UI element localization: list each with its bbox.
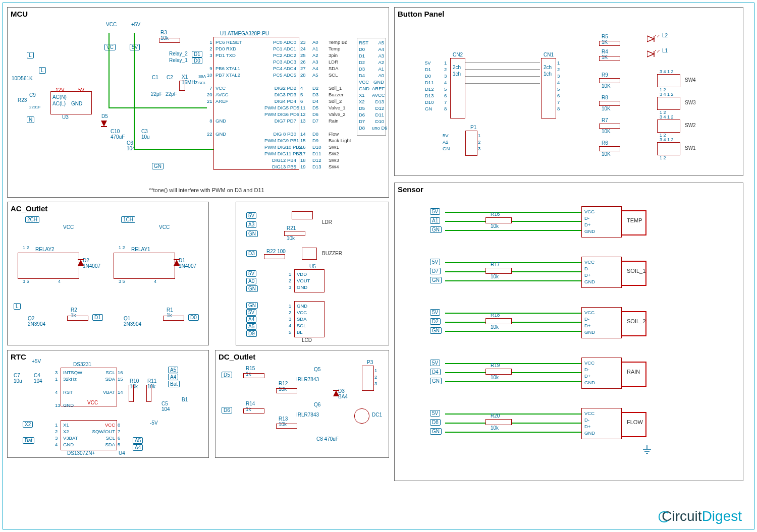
r-ref: R20 bbox=[491, 413, 500, 419]
r13-ref: R13 bbox=[279, 416, 288, 422]
a4-net2: A4 bbox=[133, 444, 143, 451]
sw-ref: SW4 bbox=[685, 77, 696, 83]
a5-net: A5 bbox=[168, 367, 178, 373]
lcd-label: LCD bbox=[302, 337, 312, 343]
switch-icon bbox=[657, 97, 680, 110]
c2-ref: C2 bbox=[167, 75, 173, 80]
p1-body bbox=[465, 131, 477, 156]
dc-block: DC_Outlet D5 R151k R1210k Q5 IRLR7843 D6… bbox=[215, 350, 389, 458]
svg-line-14 bbox=[655, 50, 658, 51]
d9-net: D9 bbox=[246, 330, 257, 337]
c3-val: 10u bbox=[141, 134, 150, 140]
gnd2: GND bbox=[63, 442, 74, 447]
cn1-2ch: 2ch bbox=[544, 65, 552, 70]
net-gn: GN bbox=[430, 226, 442, 233]
cn2-2ch: 2ch bbox=[453, 65, 461, 70]
sw-ref: SW1 bbox=[685, 145, 696, 151]
net-5v: 5V bbox=[430, 259, 440, 265]
r-val: 10K bbox=[602, 129, 611, 134]
resistor-icon bbox=[599, 41, 620, 46]
sw-pins: 3 4 1 2 bbox=[660, 92, 674, 97]
ds3231-pr: 16 15 14 bbox=[118, 369, 123, 395]
u3-v12: 12V bbox=[56, 87, 65, 93]
resistor-icon bbox=[485, 318, 512, 324]
dc1-ref: DC1 bbox=[372, 412, 382, 418]
q2-val: 2N3904 bbox=[28, 321, 45, 327]
mcu-title: MCU bbox=[11, 10, 28, 18]
resistor-icon bbox=[599, 78, 620, 83]
sensor-pins: VCC D- D+ GND bbox=[584, 410, 595, 436]
svg-line-15 bbox=[657, 50, 660, 52]
p5v-label: +5V bbox=[131, 22, 140, 27]
c4-ref: C4 bbox=[34, 373, 40, 378]
a5-net2: A5 bbox=[133, 437, 143, 444]
r-ref: R9 bbox=[602, 72, 608, 78]
ch2: 2CH bbox=[25, 216, 39, 223]
intsqw: INTSQW bbox=[63, 370, 82, 375]
p3-ref: P3 bbox=[367, 360, 373, 365]
r2-ref: R2 bbox=[71, 307, 77, 313]
net-sig: D7 bbox=[430, 268, 441, 274]
u1-funcs-right: Temp Bd Temp 3pin LDR SDA SCL Soil_1 Buz… bbox=[329, 39, 351, 170]
u1-nets-right: A0 A1 A2 A3 A4 A5 D2 D3 D4 D5 D6 D7 D8 D… bbox=[312, 39, 321, 170]
uno-left: RST D0 D1 D2 D3 D4 VCC GND X1 X2 D5 D6 D… bbox=[359, 39, 369, 131]
mov-ref: 10D561K bbox=[12, 76, 33, 81]
relay1-net: Relay_1 bbox=[169, 57, 188, 63]
a4-net: A4 bbox=[168, 374, 178, 380]
resistor-icon bbox=[599, 101, 620, 106]
c10-val: 470uF bbox=[111, 134, 125, 140]
r21-ref: R21 bbox=[287, 225, 296, 231]
net-gn: GN bbox=[430, 277, 442, 283]
relay2-pins-top: 1 2 bbox=[23, 245, 29, 250]
sensor-title: Sensor bbox=[398, 185, 423, 194]
net-sig: A1 bbox=[430, 217, 440, 224]
svg-marker-12 bbox=[647, 51, 654, 57]
s9a: S9A bbox=[198, 74, 206, 79]
vcc1: VCC bbox=[159, 224, 170, 230]
c6-ref: C6 bbox=[127, 140, 133, 146]
svg-marker-8 bbox=[647, 36, 654, 42]
r-ref: R8 bbox=[602, 95, 608, 100]
rtc-title: RTC bbox=[11, 352, 26, 361]
btn-block: Button Panel CN2 5V D1 D0 D11 D12 D13 D1… bbox=[394, 7, 743, 176]
r22-val: 100 bbox=[277, 249, 286, 254]
c9-ref: C9 bbox=[29, 92, 36, 98]
net-sig: D8 bbox=[430, 419, 441, 426]
p1-ref: P1 bbox=[470, 125, 476, 130]
gn-flag: GN bbox=[152, 163, 164, 169]
q2-ref: Q2 bbox=[28, 316, 34, 321]
sw-pins: 3 4 1 2 bbox=[660, 69, 674, 74]
relay1-body bbox=[114, 253, 175, 279]
q5-ref: Q5 bbox=[314, 367, 320, 372]
q6-val: IRLR7843 bbox=[296, 412, 319, 418]
crystal-icon bbox=[179, 81, 185, 91]
sensor-label: TEMP bbox=[627, 217, 642, 223]
r21-val: 10k bbox=[287, 235, 295, 241]
vcc2: VCC bbox=[63, 224, 74, 230]
q6-ref: Q6 bbox=[314, 402, 320, 407]
p1-pins: 1 2 3 bbox=[478, 132, 480, 152]
mcu-note: **tone() will interfere with PWM on D3 a… bbox=[149, 187, 264, 193]
u5-ref: U5 bbox=[309, 264, 316, 269]
r-ref: R7 bbox=[602, 117, 608, 123]
resistor-icon bbox=[276, 424, 297, 429]
resistor-icon bbox=[159, 38, 180, 43]
d0-net: D0 bbox=[192, 57, 202, 64]
led-icon bbox=[647, 35, 662, 44]
relay2-pins-bot: 3 5 bbox=[23, 279, 29, 284]
vcc-label: VCC bbox=[106, 22, 117, 27]
u5-p1: VDD bbox=[297, 271, 307, 277]
svg-line-10 bbox=[655, 35, 658, 36]
svg-marker-2 bbox=[78, 260, 84, 266]
r5-ref: R5 bbox=[602, 34, 608, 39]
sw-pins2: 1 2 bbox=[660, 155, 666, 160]
resistor-icon bbox=[129, 385, 134, 402]
m5v: -5V bbox=[150, 420, 158, 426]
u3-acl: AC(L) bbox=[52, 101, 66, 106]
diode-icon bbox=[173, 257, 180, 268]
sda2: SDA bbox=[105, 442, 115, 447]
sensor-pins: VCC D- D+ GND bbox=[584, 309, 595, 335]
r-ref: R19 bbox=[491, 363, 500, 368]
resistor-icon bbox=[243, 373, 264, 378]
net-gn: GN bbox=[430, 428, 442, 435]
